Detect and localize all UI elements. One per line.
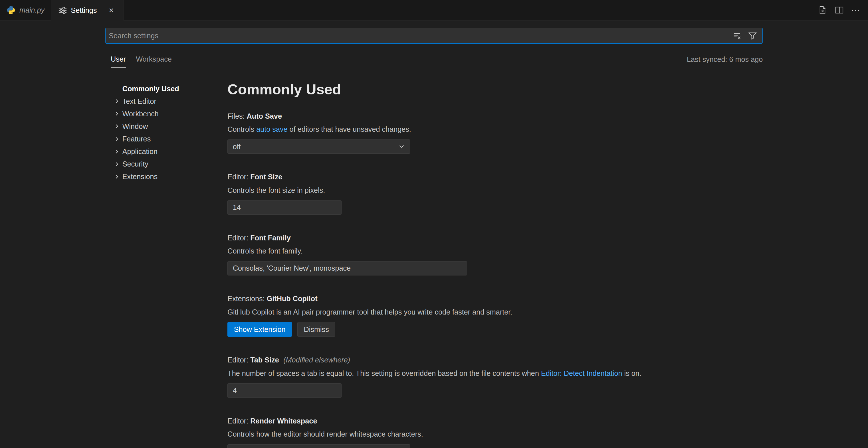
setting-category: Editor:	[227, 234, 250, 242]
show-extension-button[interactable]: Show Extension	[227, 322, 292, 337]
setting-description: GitHub Copilot is an AI pair programmer …	[227, 308, 763, 317]
setting-category: Editor:	[227, 356, 250, 364]
sync-status: Last synced: 6 mos ago	[687, 55, 763, 68]
setting-label: Editor: Render Whitespace	[227, 417, 763, 425]
auto-save-select[interactable]: off	[227, 139, 410, 154]
chevron-right-icon	[113, 147, 121, 156]
setting-description: Controls auto save of editors that have …	[227, 125, 763, 134]
toc-item-window[interactable]: Window	[113, 120, 228, 133]
font-family-input[interactable]	[227, 261, 467, 276]
chevron-right-icon	[113, 135, 121, 143]
split-editor-icon[interactable]	[832, 3, 847, 17]
setting-extensions-github-copilot: Extensions: GitHub Copilot GitHub Copilo…	[227, 294, 763, 337]
setting-editor-font-size: Editor: Font Size Controls the font size…	[227, 172, 763, 215]
setting-category: Extensions:	[227, 295, 267, 302]
tab-main-py[interactable]: main.py	[0, 0, 51, 20]
tab-label: main.py	[20, 6, 44, 14]
toc-item-commonly-used[interactable]: Commonly Used	[113, 83, 228, 95]
scope-tab-user[interactable]: User	[111, 55, 126, 68]
setting-description: Controls the font family.	[227, 247, 763, 256]
setting-name: Tab Size	[250, 356, 279, 364]
setting-label: Editor: Font Family	[227, 233, 763, 243]
settings-scope-header: User Workspace Last synced: 6 mos ago	[105, 44, 763, 67]
modified-elsewhere-note: (Modified elsewhere)	[283, 356, 350, 364]
vscode-window: main.py Settings ×	[0, 0, 868, 448]
chevron-right-icon	[113, 109, 121, 118]
python-icon	[6, 6, 16, 14]
setting-name: GitHub Copilot	[267, 295, 318, 302]
page-title: Commonly Used	[227, 81, 763, 98]
toc-item-security[interactable]: Security	[113, 158, 228, 170]
chevron-right-icon	[113, 85, 121, 93]
settings-sliders-icon	[58, 6, 67, 15]
setting-editor-font-family: Editor: Font Family Controls the font fa…	[227, 233, 763, 276]
toc-item-features[interactable]: Features	[113, 133, 228, 145]
settings-list: Commonly Used Files: Auto Save Controls …	[227, 81, 763, 448]
setting-name: Render Whitespace	[250, 417, 317, 425]
settings-search-input[interactable]	[109, 28, 731, 43]
setting-editor-render-whitespace: Editor: Render Whitespace Controls how t…	[227, 417, 763, 448]
toc-item-application[interactable]: Application	[113, 145, 228, 158]
chevron-right-icon	[113, 172, 121, 181]
setting-label: Files: Auto Save	[227, 112, 763, 121]
toc-item-workbench[interactable]: Workbench	[113, 107, 228, 120]
settings-editor: User Workspace Last synced: 6 mos ago Co…	[0, 21, 868, 448]
setting-label: Extensions: GitHub Copilot	[227, 294, 763, 303]
clear-search-icon[interactable]	[732, 30, 743, 41]
settings-toc: Commonly Used Text Editor Workbench	[105, 81, 228, 448]
setting-editor-tab-size: Editor: Tab Size(Modified elsewhere) The…	[227, 356, 763, 397]
setting-files-auto-save: Files: Auto Save Controls auto save of e…	[227, 112, 763, 154]
scope-tab-workspace[interactable]: Workspace	[136, 55, 172, 68]
font-size-input[interactable]	[227, 200, 342, 215]
chevron-right-icon	[113, 122, 121, 131]
close-tab-icon[interactable]: ×	[105, 5, 117, 16]
render-whitespace-select[interactable]	[227, 444, 410, 448]
editor-actions: ⋯	[815, 0, 868, 20]
setting-category: Editor:	[227, 173, 250, 181]
open-settings-json-icon[interactable]	[815, 3, 830, 17]
setting-label: Editor: Font Size	[227, 172, 763, 181]
setting-description: Controls the font size in pixels.	[227, 186, 763, 195]
toc-item-extensions[interactable]: Extensions	[113, 170, 228, 183]
chevron-right-icon	[113, 160, 121, 168]
more-actions-icon[interactable]: ⋯	[848, 3, 863, 17]
setting-name: Font Family	[250, 234, 291, 242]
chevron-right-icon	[113, 97, 121, 106]
setting-label: Editor: Tab Size(Modified elsewhere)	[227, 356, 763, 364]
toc-item-text-editor[interactable]: Text Editor	[113, 95, 228, 107]
detect-indentation-link[interactable]: Editor: Detect Indentation	[541, 369, 622, 377]
chevron-down-icon	[398, 142, 405, 150]
settings-search-box	[105, 28, 763, 44]
setting-description: The number of spaces a tab is equal to. …	[227, 369, 763, 378]
dismiss-button[interactable]: Dismiss	[297, 322, 335, 337]
setting-category: Editor:	[227, 417, 250, 425]
setting-category: Files:	[227, 112, 247, 120]
setting-description: Controls how the editor should render wh…	[227, 430, 763, 439]
filter-icon[interactable]	[747, 30, 758, 41]
setting-name: Auto Save	[247, 112, 282, 120]
auto-save-link[interactable]: auto save	[256, 125, 287, 133]
tab-label: Settings	[71, 6, 97, 14]
tab-size-input[interactable]	[227, 383, 342, 397]
tab-settings[interactable]: Settings ×	[51, 0, 124, 21]
setting-name: Font Size	[250, 173, 282, 181]
editor-tab-bar: main.py Settings ×	[0, 0, 868, 21]
